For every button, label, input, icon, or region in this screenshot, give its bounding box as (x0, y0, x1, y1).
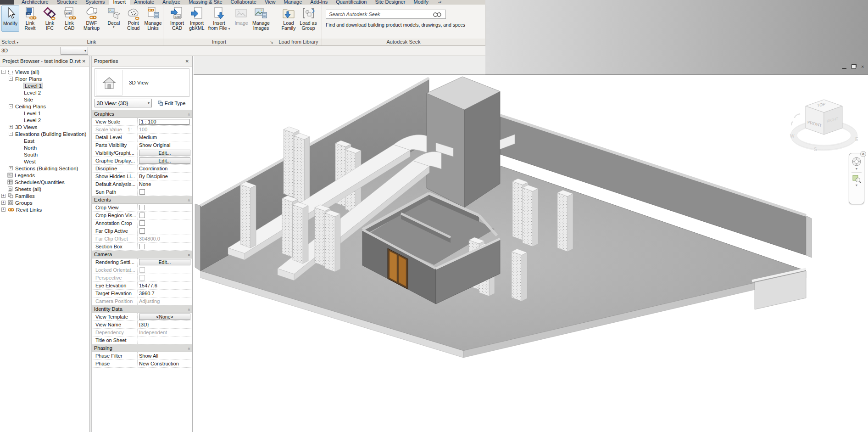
point-cloud-button[interactable]: PointCloud (123, 6, 143, 31)
checkbox[interactable] (139, 228, 145, 234)
tab-quantification[interactable]: Quantification (332, 0, 371, 5)
link-ifc-button[interactable]: LinkIFC (40, 6, 60, 31)
binoculars-icon[interactable] (433, 11, 441, 17)
manage-links-button[interactable]: ManageLinks (143, 6, 163, 31)
prop-row-target-elevation[interactable]: Target Elevation3960.7 (92, 290, 192, 297)
expand-icon[interactable]: + (1, 201, 6, 205)
viewcube[interactable]: W S E TOP FRONT RIGHT (788, 93, 862, 155)
prop-row-detail-level[interactable]: Detail LevelMedium (92, 134, 192, 141)
tab-insert[interactable]: Insert (109, 0, 130, 5)
tree-item-ceiling-level-1[interactable]: Level 1 (0, 110, 89, 117)
edit-button[interactable]: Edit... (139, 150, 190, 156)
tree-item-ceiling-plans[interactable]: -Ceiling Plans (0, 103, 89, 110)
tab-site-designer[interactable]: Site Designer (371, 0, 409, 5)
dialog-launcher-icon[interactable]: ↘ (270, 39, 273, 45)
tree-item-east[interactable]: East (0, 137, 89, 144)
prop-header-camera[interactable]: Camera« (92, 251, 192, 258)
application-menu-icon[interactable] (0, 0, 14, 5)
type-selector[interactable]: 3D View (95, 68, 189, 97)
edit-button[interactable]: Edit... (139, 259, 190, 265)
tree-item-views-all[interactable]: - Views (all) (0, 68, 89, 75)
prop-row-parts-visibility[interactable]: Parts VisibilityShow Original (92, 141, 192, 149)
collapse-icon[interactable]: - (9, 77, 13, 81)
tab-analyze[interactable]: Analyze (158, 0, 184, 5)
viewcube-east-label[interactable]: E (855, 137, 858, 142)
close-icon[interactable]: ✕ (81, 59, 87, 64)
view-template-button[interactable]: <None> (139, 314, 190, 320)
select-panel-label[interactable]: Select ▾ (0, 39, 20, 45)
tree-item-3d-views[interactable]: +3D Views (0, 123, 89, 130)
expand-icon[interactable]: + (9, 166, 13, 170)
modify-button[interactable]: Modify (1, 6, 19, 32)
load-as-group-button[interactable]: Load asGroup (299, 6, 318, 31)
collapse-icon[interactable]: - (1, 70, 6, 74)
prop-row-eye-elevation[interactable]: Eye Elevation15477.6 (92, 282, 192, 290)
prop-row-phase-filter[interactable]: Phase FilterShow All (92, 352, 192, 360)
prop-header-phasing[interactable]: Phasing« (92, 344, 192, 352)
prop-row-phase[interactable]: PhaseNew Construction (92, 360, 192, 368)
tab-add-ins[interactable]: Add-Ins (306, 0, 332, 5)
tab-architecture[interactable]: Architecture (17, 0, 53, 5)
prop-header-identity-data[interactable]: Identity Data« (92, 305, 192, 313)
prop-row-discipline[interactable]: DisciplineCoordination (92, 165, 192, 173)
chevron-down-icon[interactable]: ▼ (855, 167, 858, 170)
prop-row-title-on-sheet[interactable]: Title on Sheet (92, 337, 192, 344)
checkbox[interactable] (139, 244, 145, 249)
viewcube-west-label[interactable]: W (790, 134, 795, 139)
expand-icon[interactable]: + (1, 194, 6, 198)
link-revit-button[interactable]: RVT LinkRevit (20, 6, 40, 31)
tree-item-ceiling-level-2[interactable]: Level 2 (0, 117, 89, 123)
steering-wheel-icon[interactable] (851, 157, 862, 167)
prop-header-extents[interactable]: Extents« (92, 196, 192, 204)
decal-button[interactable]: Decal▾ (104, 6, 123, 28)
edit-type-button[interactable]: Edit Type (154, 99, 189, 107)
expand-icon[interactable]: + (1, 208, 6, 212)
expand-icon[interactable]: + (9, 125, 13, 129)
viewcube-south-label[interactable]: S (814, 147, 817, 152)
close-icon[interactable]: ✕ (184, 59, 190, 64)
minimize-icon[interactable] (842, 64, 846, 69)
tab-manage[interactable]: Manage (280, 0, 306, 5)
tree-item-floor-plans[interactable]: -Floor Plans (0, 75, 89, 82)
tree-item-level-2[interactable]: Level 2 (0, 89, 89, 96)
view-scale-field[interactable]: 1 : 100 (139, 119, 189, 125)
project-browser-titlebar[interactable]: Project Browser - test indice D.rvt ✕ (0, 56, 89, 67)
tree-item-sheets[interactable]: Sheets (all) (0, 185, 89, 192)
checkbox[interactable] (139, 213, 145, 218)
tab-structure[interactable]: Structure (53, 0, 82, 5)
tree-item-revit-links[interactable]: + Revit Links (0, 206, 89, 213)
prop-row-show-hidden-lines[interactable]: Show Hidden Li...By Discipline (92, 173, 192, 180)
type-dropdown[interactable]: 3D View: {3D} ▾ (95, 99, 152, 107)
tab-view[interactable]: View (261, 0, 280, 5)
tree-item-west[interactable]: West (0, 158, 89, 165)
tree-item-schedules[interactable]: Schedules/Quantities (0, 179, 89, 185)
load-family-button[interactable]: LoadFamily (279, 6, 299, 31)
tree-item-legends[interactable]: Legends (0, 172, 89, 179)
tree-item-families[interactable]: + Families (0, 192, 89, 199)
checkbox[interactable] (139, 189, 145, 195)
dwf-markup-button[interactable]: DWFMarkup (79, 6, 104, 31)
import-gbxml-button[interactable]: ImportgbXML (187, 6, 207, 31)
collapse-icon[interactable]: - (9, 132, 13, 136)
insert-from-file-button[interactable]: Insert from File ▾ (207, 6, 232, 31)
collapse-icon[interactable]: - (9, 104, 13, 108)
tree-item-south[interactable]: South (0, 151, 89, 158)
link-cad-button[interactable]: CAD LinkCAD (60, 6, 79, 31)
close-icon[interactable]: ✕ (860, 151, 866, 157)
prop-header-graphics[interactable]: Graphics« (92, 110, 192, 118)
options-combobox[interactable]: ▾ (61, 47, 88, 55)
tab-annotate[interactable]: Annotate (130, 0, 158, 5)
tab-massing-site[interactable]: Massing & Site (184, 0, 226, 5)
3d-model-view[interactable] (194, 75, 868, 432)
tree-item-elevations[interactable]: -Elevations (Building Elevation) (0, 130, 89, 137)
tree-item-groups[interactable]: + Groups (0, 199, 89, 206)
tab-collaborate[interactable]: Collaborate (227, 0, 261, 5)
tree-item-sections[interactable]: +Sections (Building Section) (0, 165, 89, 172)
properties-titlebar[interactable]: Properties ✕ (92, 56, 192, 67)
prop-row-default-analysis[interactable]: Default Analysis...None (92, 180, 192, 188)
tab-systems[interactable]: Systems (81, 0, 109, 5)
prop-row-view-name[interactable]: View Name{3D} (92, 321, 192, 329)
tab-modify[interactable]: Modify (410, 0, 433, 5)
import-cad-button[interactable]: CAD ImportCAD (167, 6, 187, 31)
close-icon[interactable]: × (861, 64, 864, 69)
